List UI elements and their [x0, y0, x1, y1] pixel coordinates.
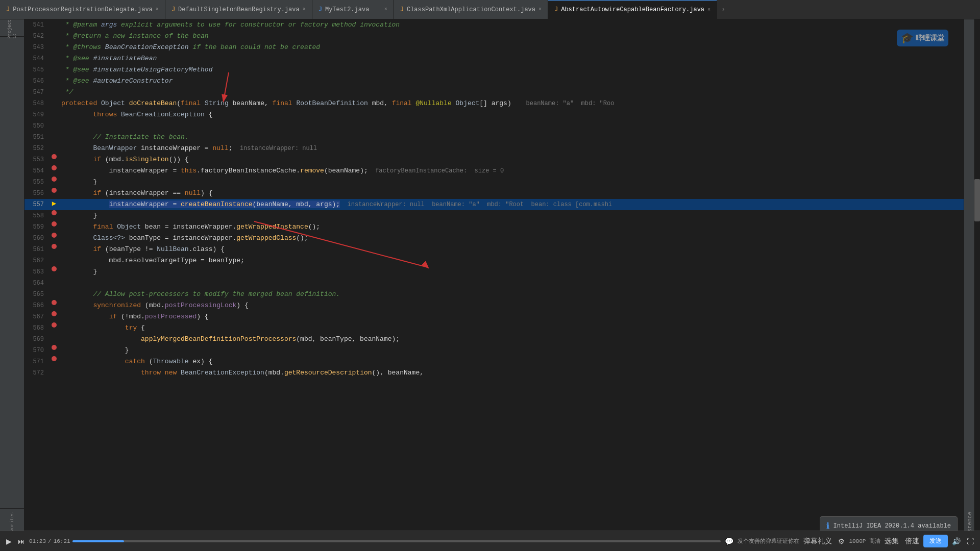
tab-defaultsingleton[interactable]: J DefaultSingletonBeanRegistry.java ×	[165, 0, 312, 19]
code-line-551: 551 // Instantiate the bean.	[24, 132, 964, 143]
tab-label: ClassPathXmlApplicationContext.java	[407, 6, 535, 13]
danmu-input-placeholder[interactable]: 发个友善的弹幕证证你在	[738, 537, 799, 545]
breakpoint-570[interactable]	[52, 345, 57, 350]
notification-text: IntelliJ IDEA 2020.1.4 available	[834, 522, 951, 530]
breakpoint-563[interactable]	[52, 266, 57, 271]
code-line-563: 563 }	[24, 266, 964, 278]
breakpoint-566[interactable]	[52, 300, 57, 305]
code-line-555: 555 }	[24, 177, 964, 188]
code-line-564: 564	[24, 278, 964, 289]
tab-close-icon[interactable]: ×	[538, 7, 542, 12]
breakpoint-560[interactable]	[52, 233, 57, 238]
sidebar-left: 1: Project 2: Favorites	[0, 19, 24, 551]
breakpoint-561[interactable]	[52, 244, 57, 249]
java-file-icon: J	[172, 6, 175, 13]
info-icon: ℹ	[826, 521, 829, 531]
java-file-icon: J	[554, 6, 558, 13]
project-label[interactable]: 1: Project	[7, 19, 17, 39]
code-line-557: 557 ▶ instanceWrapper = createBeanInstan…	[24, 199, 964, 210]
breakpoint-568[interactable]	[52, 322, 57, 328]
code-line-552: 552 BeanWrapper instanceWrapper = null; …	[24, 143, 964, 154]
code-line-553: 553 if (mbd.isSingleton()) {	[24, 154, 964, 165]
video-progress-fill	[72, 540, 125, 542]
resolution-label[interactable]: 1080P 高清	[849, 537, 880, 545]
tab-label: PostProcessorRegistrationDelegate.java	[13, 6, 153, 13]
send-button[interactable]: 发送	[923, 535, 948, 547]
code-line-554: 554 instanceWrapper = this.factoryBeanIn…	[24, 165, 964, 177]
code-line-565: 565 // Allow post-processors to modify t…	[24, 289, 964, 300]
tab-label: MyTest2.java	[325, 6, 369, 13]
tab-classpathxml[interactable]: J ClassPathXmlApplicationContext.java ×	[394, 0, 548, 19]
code-container: 🎓 哔哩课堂 541 * @param args explicit argume…	[24, 19, 964, 551]
play-button[interactable]: ▶	[4, 535, 14, 547]
volume-icon[interactable]: 🔊	[950, 535, 963, 547]
breakpoint-554[interactable]	[52, 165, 57, 170]
code-line-550: 550	[24, 120, 964, 132]
tab-close-icon[interactable]: ×	[156, 7, 159, 12]
tab-label: AbstractAutowireCapableBeanFactory.java	[561, 6, 704, 13]
code-editor[interactable]: 541 * @param args explicit arguments to …	[24, 19, 964, 551]
breakpoint-559[interactable]	[52, 221, 57, 227]
code-line-568: 568 try {	[24, 322, 964, 334]
breakpoint-556[interactable]	[52, 188, 57, 193]
tab-mytest2[interactable]: J MyTest2.java ×	[312, 0, 394, 19]
code-line-556: 556 if (instanceWrapper == null) {	[24, 188, 964, 199]
code-line-560: 560 Class<?> beanType = instanceWrapper.…	[24, 233, 964, 244]
right-sidebar: Persistence	[964, 19, 974, 551]
video-time-current: 01:23	[29, 538, 46, 544]
breakpoint-571[interactable]	[52, 356, 57, 361]
video-progress-bar[interactable]	[72, 540, 721, 542]
watermark-logo: 🎓 哔哩课堂	[897, 30, 948, 46]
code-line-567: 567 if (!mbd.postProcessed) {	[24, 311, 964, 322]
code-line-545: 545 * @see #instantiateUsingFactoryMetho…	[24, 64, 964, 76]
code-line-546: 546 * @see #autowireConstructor	[24, 76, 964, 87]
main-layout: 1: Project 2: Favorites 🎓 哔哩课堂	[0, 19, 980, 551]
code-line-541: 541 * @param args explicit arguments to …	[24, 19, 964, 31]
collection-button[interactable]: 选集	[883, 535, 901, 548]
tab-close-icon[interactable]: ×	[384, 7, 387, 12]
tab-close-icon[interactable]: ×	[303, 7, 306, 12]
code-line-542: 542 * @return a new instance of the bean	[24, 31, 964, 42]
code-line-548: 548 protected Object doCreateBean(final …	[24, 98, 964, 109]
subtitles-button[interactable]: 弹幕礼义	[801, 535, 834, 548]
video-toolbar: ▶ ⏭ 01:23 / 16:21 💬 发个友善的弹幕证证你在 弹幕礼义 ⚙ 1…	[0, 531, 980, 551]
code-line-559: 559 final Object bean = instanceWrapper.…	[24, 221, 964, 233]
code-line-544: 544 * @see #instantiateBean	[24, 53, 964, 64]
code-line-561: 561 if (beanType != NullBean.class) {	[24, 244, 964, 255]
breakpoint-558[interactable]	[52, 210, 57, 215]
settings-button[interactable]: ⚙	[836, 535, 847, 547]
tab-abstractautowire[interactable]: J AbstractAutowireCapableBeanFactory.jav…	[548, 0, 717, 19]
code-line-572: 572 throw new BeanCreationException(mbd.…	[24, 367, 964, 379]
breakpoint-567[interactable]	[52, 311, 57, 316]
tab-postprocessor[interactable]: J PostProcessorRegistrationDelegate.java…	[0, 0, 165, 19]
left-sidebar-area: 1: Project 2: Favorites	[0, 19, 24, 551]
breakpoint-555[interactable]	[52, 177, 57, 182]
watermark: 🎓 哔哩课堂	[897, 30, 948, 46]
tab-close-icon[interactable]: ×	[707, 7, 710, 13]
fullscreen-button[interactable]: ⛶	[965, 535, 976, 547]
danmu-icon[interactable]: 💬	[723, 535, 736, 547]
next-button[interactable]: ⏭	[16, 535, 27, 547]
video-time-total: 16:21	[54, 538, 70, 544]
code-line-569: 569 applyMergedBeanDefinitionPostProcess…	[24, 334, 964, 345]
annotation-area-548: 548 protected Object doCreateBean(final …	[24, 98, 964, 109]
code-line-562: 562 mbd.resolvedTargetType = beanType;	[24, 255, 964, 266]
java-file-icon: J	[318, 6, 322, 13]
code-line-547: 547 */	[24, 87, 964, 98]
code-line-549: 549 throws BeanCreationException {	[24, 109, 964, 120]
code-line-543: 543 * @throws BeanCreationException if t…	[24, 42, 964, 53]
breakpoint-553[interactable]	[52, 154, 57, 159]
java-file-icon: J	[400, 6, 404, 13]
minimap-scrollbar[interactable]	[974, 19, 980, 551]
tab-label: DefaultSingletonBeanRegistry.java	[178, 6, 300, 13]
code-line-566: 566 synchronized (mbd.postProcessingLock…	[24, 300, 964, 311]
speed-button[interactable]: 倍速	[903, 535, 921, 548]
video-time-separator: /	[48, 538, 52, 544]
code-line-558: 558 }	[24, 210, 964, 221]
tab-bar: J PostProcessorRegistrationDelegate.java…	[0, 0, 980, 19]
more-tabs-button[interactable]: ›	[717, 0, 729, 19]
java-file-icon: J	[6, 6, 10, 13]
code-line-570: 570 }	[24, 345, 964, 356]
annotation-area-559: 559 final Object bean = instanceWrapper.…	[24, 221, 964, 233]
code-line-571: 571 catch (Throwable ex) {	[24, 356, 964, 367]
